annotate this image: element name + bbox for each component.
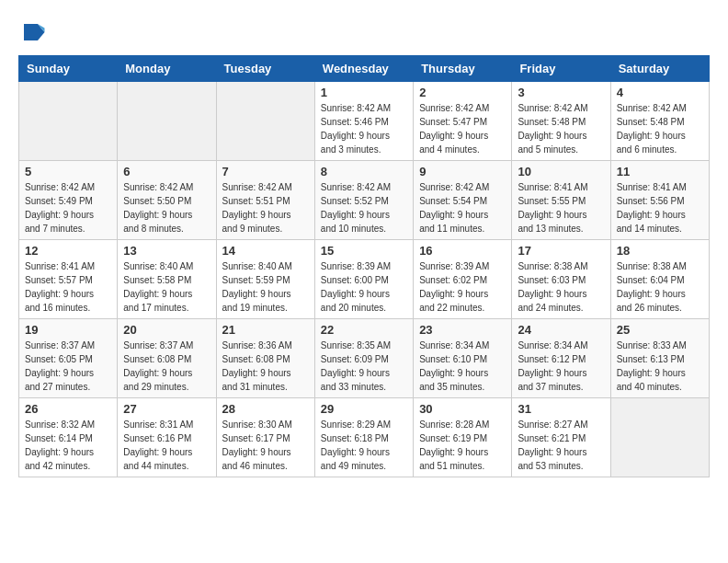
calendar-day-cell: 22Sunrise: 8:35 AMSunset: 6:09 PMDayligh… — [314, 319, 413, 398]
day-number: 17 — [518, 244, 604, 258]
day-number: 19 — [25, 323, 111, 337]
weekday-header: Saturday — [610, 56, 709, 82]
day-info: Sunrise: 8:41 AMSunset: 5:55 PMDaylight:… — [518, 180, 604, 236]
calendar-day-cell — [216, 82, 314, 161]
day-info: Sunrise: 8:35 AMSunset: 6:09 PMDaylight:… — [321, 339, 407, 394]
calendar-day-cell: 13Sunrise: 8:40 AMSunset: 5:58 PMDayligh… — [118, 240, 216, 319]
day-info: Sunrise: 8:42 AMSunset: 5:47 PMDaylight:… — [419, 101, 506, 156]
day-info: Sunrise: 8:42 AMSunset: 5:46 PMDaylight:… — [321, 101, 407, 156]
calendar-week-row: 19Sunrise: 8:37 AMSunset: 6:05 PMDayligh… — [19, 319, 710, 398]
day-number: 14 — [222, 244, 309, 258]
day-number: 1 — [321, 86, 407, 99]
day-info: Sunrise: 8:37 AMSunset: 6:05 PMDaylight:… — [25, 339, 111, 394]
day-number: 10 — [518, 165, 604, 178]
day-number: 15 — [321, 244, 407, 258]
day-info: Sunrise: 8:42 AMSunset: 5:48 PMDaylight:… — [617, 101, 703, 156]
day-info: Sunrise: 8:42 AMSunset: 5:48 PMDaylight:… — [518, 101, 604, 156]
day-info: Sunrise: 8:32 AMSunset: 6:14 PMDaylight:… — [25, 418, 111, 473]
day-info: Sunrise: 8:42 AMSunset: 5:49 PMDaylight:… — [25, 180, 111, 236]
day-number: 2 — [419, 86, 506, 99]
calendar-day-cell: 6Sunrise: 8:42 AMSunset: 5:50 PMDaylight… — [118, 161, 216, 240]
calendar-day-cell: 2Sunrise: 8:42 AMSunset: 5:47 PMDaylight… — [414, 82, 512, 161]
weekday-header: Monday — [118, 56, 216, 82]
calendar-day-cell: 23Sunrise: 8:34 AMSunset: 6:10 PMDayligh… — [414, 319, 512, 398]
calendar-day-cell: 12Sunrise: 8:41 AMSunset: 5:57 PMDayligh… — [19, 240, 118, 319]
calendar-day-cell: 5Sunrise: 8:42 AMSunset: 5:49 PMDaylight… — [19, 161, 118, 240]
day-number: 24 — [518, 323, 604, 337]
page-header — [18, 18, 710, 46]
day-info: Sunrise: 8:40 AMSunset: 5:59 PMDaylight:… — [222, 259, 309, 315]
day-info: Sunrise: 8:42 AMSunset: 5:51 PMDaylight:… — [222, 180, 309, 236]
calendar-day-cell: 10Sunrise: 8:41 AMSunset: 5:55 PMDayligh… — [512, 161, 610, 240]
calendar-day-cell — [19, 82, 118, 161]
calendar-day-cell: 4Sunrise: 8:42 AMSunset: 5:48 PMDaylight… — [610, 82, 709, 161]
calendar-day-cell: 15Sunrise: 8:39 AMSunset: 6:00 PMDayligh… — [314, 240, 413, 319]
calendar-day-cell: 25Sunrise: 8:33 AMSunset: 6:13 PMDayligh… — [610, 319, 709, 398]
calendar-day-cell: 28Sunrise: 8:30 AMSunset: 6:17 PMDayligh… — [216, 398, 314, 477]
day-number: 3 — [518, 86, 604, 99]
day-number: 27 — [123, 402, 210, 416]
day-info: Sunrise: 8:42 AMSunset: 5:52 PMDaylight:… — [321, 180, 407, 236]
calendar-day-cell: 3Sunrise: 8:42 AMSunset: 5:48 PMDaylight… — [512, 82, 610, 161]
day-number: 29 — [321, 402, 407, 416]
day-info: Sunrise: 8:31 AMSunset: 6:16 PMDaylight:… — [123, 418, 210, 473]
calendar-week-row: 12Sunrise: 8:41 AMSunset: 5:57 PMDayligh… — [19, 240, 710, 319]
calendar-day-cell: 7Sunrise: 8:42 AMSunset: 5:51 PMDaylight… — [216, 161, 314, 240]
day-info: Sunrise: 8:34 AMSunset: 6:10 PMDaylight:… — [419, 339, 506, 394]
day-info: Sunrise: 8:42 AMSunset: 5:54 PMDaylight:… — [419, 180, 506, 236]
day-number: 22 — [321, 323, 407, 337]
day-info: Sunrise: 8:28 AMSunset: 6:19 PMDaylight:… — [419, 418, 506, 473]
day-number: 7 — [222, 165, 309, 178]
calendar-table: SundayMondayTuesdayWednesdayThursdayFrid… — [18, 55, 710, 477]
calendar-day-cell — [118, 82, 216, 161]
day-number: 23 — [419, 323, 506, 337]
calendar-day-cell: 21Sunrise: 8:36 AMSunset: 6:08 PMDayligh… — [216, 319, 314, 398]
calendar-day-cell: 19Sunrise: 8:37 AMSunset: 6:05 PMDayligh… — [19, 319, 118, 398]
weekday-header: Wednesday — [314, 56, 413, 82]
calendar-day-cell: 20Sunrise: 8:37 AMSunset: 6:08 PMDayligh… — [118, 319, 216, 398]
day-number: 4 — [617, 86, 703, 99]
day-number: 26 — [25, 402, 111, 416]
day-number: 11 — [617, 165, 703, 178]
weekday-header: Friday — [512, 56, 610, 82]
calendar-day-cell: 16Sunrise: 8:39 AMSunset: 6:02 PMDayligh… — [414, 240, 512, 319]
calendar-day-cell: 29Sunrise: 8:29 AMSunset: 6:18 PMDayligh… — [314, 398, 413, 477]
day-number: 18 — [617, 244, 703, 258]
day-number: 28 — [222, 402, 309, 416]
day-info: Sunrise: 8:36 AMSunset: 6:08 PMDaylight:… — [222, 339, 309, 394]
day-number: 30 — [419, 402, 506, 416]
weekday-header: Thursday — [414, 56, 512, 82]
calendar-day-cell: 30Sunrise: 8:28 AMSunset: 6:19 PMDayligh… — [414, 398, 512, 477]
day-number: 20 — [123, 323, 210, 337]
calendar-day-cell: 8Sunrise: 8:42 AMSunset: 5:52 PMDaylight… — [314, 161, 413, 240]
day-number: 9 — [419, 165, 506, 178]
logo — [18, 18, 50, 46]
weekday-header: Sunday — [19, 56, 118, 82]
day-info: Sunrise: 8:33 AMSunset: 6:13 PMDaylight:… — [617, 339, 703, 394]
day-number: 5 — [25, 165, 111, 178]
day-info: Sunrise: 8:38 AMSunset: 6:03 PMDaylight:… — [518, 259, 604, 315]
day-info: Sunrise: 8:27 AMSunset: 6:21 PMDaylight:… — [518, 418, 604, 473]
day-info: Sunrise: 8:37 AMSunset: 6:08 PMDaylight:… — [123, 339, 210, 394]
calendar-week-row: 1Sunrise: 8:42 AMSunset: 5:46 PMDaylight… — [19, 82, 710, 161]
day-info: Sunrise: 8:39 AMSunset: 6:00 PMDaylight:… — [321, 259, 407, 315]
day-info: Sunrise: 8:39 AMSunset: 6:02 PMDaylight:… — [419, 259, 506, 315]
day-number: 21 — [222, 323, 309, 337]
day-number: 12 — [25, 244, 111, 258]
calendar-day-cell: 14Sunrise: 8:40 AMSunset: 5:59 PMDayligh… — [216, 240, 314, 319]
calendar-header-row: SundayMondayTuesdayWednesdayThursdayFrid… — [19, 56, 710, 82]
day-info: Sunrise: 8:40 AMSunset: 5:58 PMDaylight:… — [123, 259, 210, 315]
calendar-day-cell: 17Sunrise: 8:38 AMSunset: 6:03 PMDayligh… — [512, 240, 610, 319]
day-info: Sunrise: 8:30 AMSunset: 6:17 PMDaylight:… — [222, 418, 309, 473]
calendar-day-cell: 1Sunrise: 8:42 AMSunset: 5:46 PMDaylight… — [314, 82, 413, 161]
calendar-week-row: 5Sunrise: 8:42 AMSunset: 5:49 PMDaylight… — [19, 161, 710, 240]
calendar-day-cell: 26Sunrise: 8:32 AMSunset: 6:14 PMDayligh… — [19, 398, 118, 477]
calendar-day-cell: 18Sunrise: 8:38 AMSunset: 6:04 PMDayligh… — [610, 240, 709, 319]
day-number: 16 — [419, 244, 506, 258]
day-number: 8 — [321, 165, 407, 178]
day-number: 13 — [123, 244, 210, 258]
day-number: 6 — [123, 165, 210, 178]
calendar-day-cell: 27Sunrise: 8:31 AMSunset: 6:16 PMDayligh… — [118, 398, 216, 477]
weekday-header: Tuesday — [216, 56, 314, 82]
day-number: 31 — [518, 402, 604, 416]
